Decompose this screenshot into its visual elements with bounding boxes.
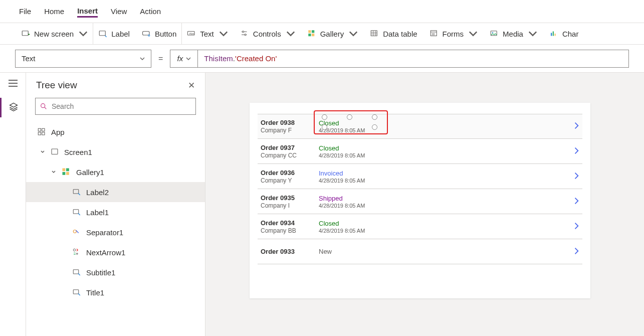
- menu-view[interactable]: View: [111, 5, 127, 18]
- gallery-row[interactable]: Order 0936Company YInvoiced4/28/2019 8:0…: [258, 164, 582, 189]
- tree-item-nextarrow1-label: NextArrow1: [86, 248, 125, 257]
- expand-icon[interactable]: [51, 170, 56, 175]
- order-company: Company BB: [261, 227, 319, 234]
- tree-header: Tree view ✕: [26, 80, 205, 96]
- order-company: Company F: [261, 127, 319, 134]
- next-arrow-icon[interactable]: [573, 147, 580, 155]
- menu-file[interactable]: File: [19, 5, 31, 18]
- screen-icon: [50, 147, 59, 156]
- ribbon-media-label: Media: [503, 30, 523, 38]
- chevron-down-icon: [79, 29, 88, 38]
- close-tree-button[interactable]: ✕: [188, 80, 195, 91]
- order-title: Order 0938: [261, 119, 319, 126]
- tree-search[interactable]: [35, 98, 196, 115]
- svg-point-6: [242, 31, 244, 33]
- tree-item-gallery1[interactable]: Gallery1: [26, 162, 205, 182]
- svg-point-15: [492, 32, 493, 33]
- gallery-row[interactable]: Order 0935Company IShipped4/28/2019 8:05…: [258, 189, 582, 214]
- fx-label: fx: [177, 54, 183, 63]
- ribbon-gallery-label: Gallery: [320, 30, 344, 38]
- ribbon-label-text: Label: [111, 30, 130, 38]
- label-button[interactable]: Label: [98, 29, 130, 38]
- svg-rect-24: [52, 149, 58, 154]
- chart-button[interactable]: Char: [549, 29, 579, 38]
- media-button[interactable]: Media: [490, 29, 537, 38]
- hamburger-icon[interactable]: [9, 80, 18, 87]
- svg-rect-18: [554, 34, 555, 36]
- tree-item-separator1-label: Separator1: [86, 228, 123, 237]
- svg-rect-22: [38, 132, 41, 135]
- property-selector[interactable]: Text: [15, 50, 151, 68]
- svg-rect-17: [553, 32, 554, 36]
- chevron-down-icon: [528, 29, 537, 38]
- order-title: Order 0936: [261, 169, 319, 177]
- controls-icon: [240, 29, 249, 38]
- fx-button[interactable]: fx: [170, 50, 197, 68]
- gallery-row[interactable]: Order 0934Company BBClosed4/28/2019 8:05…: [258, 214, 582, 239]
- property-value: Text: [22, 54, 36, 63]
- tree-item-label1[interactable]: Label1: [26, 202, 205, 222]
- selection-box[interactable]: [314, 110, 388, 134]
- svg-point-19: [41, 104, 45, 108]
- formula-token-thisitem: ThisItem: [204, 54, 233, 63]
- svg-rect-26: [66, 169, 69, 172]
- menu-action[interactable]: Action: [140, 5, 161, 18]
- app-canvas[interactable]: Order 0938Company FClosed4/28/2019 8:05 …: [250, 103, 590, 298]
- order-title: Order 0937: [261, 144, 319, 151]
- new-screen-icon: [21, 29, 30, 38]
- gallery-button[interactable]: Gallery: [307, 29, 358, 38]
- svg-rect-27: [63, 172, 66, 175]
- tree-view-tab[interactable]: [0, 98, 26, 117]
- gallery-row[interactable]: Order 0938Company FClosed4/28/2019 8:05 …: [258, 114, 582, 139]
- chevron-down-icon: [219, 29, 228, 38]
- order-status: Invoiced: [319, 170, 384, 177]
- next-arrow-icon[interactable]: [573, 247, 580, 256]
- new-screen-button[interactable]: New screen: [21, 29, 88, 38]
- label-icon: [98, 29, 107, 38]
- tree-item-subtitle1[interactable]: Subtitle1: [26, 262, 205, 282]
- button-icon: [142, 29, 151, 38]
- canvas-area: Order 0938Company FClosed4/28/2019 8:05 …: [205, 73, 644, 336]
- left-rail: [0, 73, 26, 336]
- next-arrow-icon[interactable]: [573, 172, 580, 181]
- tree-item-nextarrow1[interactable]: NextArrow1: [26, 242, 205, 262]
- tree-item-screen1[interactable]: Screen1: [26, 142, 205, 162]
- svg-rect-29: [73, 190, 79, 194]
- tree-item-separator1[interactable]: Separator1: [26, 222, 205, 242]
- gallery-icon: [61, 167, 71, 177]
- order-date: 4/28/2019 8:05 AM: [319, 152, 384, 158]
- svg-rect-16: [551, 33, 552, 36]
- gallery-row[interactable]: Order 0933New: [258, 239, 582, 264]
- gallery-row[interactable]: Order 0937Company CCClosed4/28/2019 8:05…: [258, 139, 582, 164]
- data-table-button[interactable]: Data table: [370, 29, 417, 38]
- svg-rect-23: [42, 132, 45, 135]
- controls-button[interactable]: Controls: [240, 29, 295, 38]
- menu-insert[interactable]: Insert: [77, 5, 98, 18]
- label-icon: [72, 288, 81, 297]
- svg-rect-12: [371, 31, 377, 36]
- data-table-icon: [370, 29, 379, 38]
- tree-title: Tree view: [36, 80, 77, 91]
- svg-rect-28: [66, 172, 69, 175]
- ribbon: New screen Label Button Abc Text Control…: [0, 23, 644, 45]
- svg-point-31: [73, 230, 76, 233]
- text-button[interactable]: Abc Text: [187, 29, 228, 38]
- next-arrow-icon[interactable]: [573, 222, 580, 231]
- order-date: 4/28/2019 8:05 AM: [319, 203, 384, 209]
- tree-item-app[interactable]: App: [26, 122, 205, 142]
- next-arrow-icon[interactable]: [573, 197, 580, 206]
- forms-button[interactable]: Forms: [430, 29, 478, 38]
- tree-item-label2[interactable]: Label2: [26, 182, 205, 202]
- order-title: Order 0935: [261, 194, 319, 202]
- expand-icon[interactable]: [40, 149, 45, 154]
- tree-item-screen1-label: Screen1: [64, 148, 92, 156]
- next-arrow-icon[interactable]: [573, 122, 580, 131]
- button-button[interactable]: Button: [142, 29, 176, 38]
- order-status: Closed: [319, 220, 384, 227]
- tree-search-input[interactable]: [52, 102, 191, 110]
- ribbon-controls-label: Controls: [253, 30, 281, 38]
- tree-item-title1[interactable]: Title1: [26, 282, 205, 302]
- menu-home[interactable]: Home: [44, 5, 64, 18]
- formula-input[interactable]: ThisItem.'Created On': [197, 50, 629, 68]
- svg-rect-34: [73, 290, 79, 294]
